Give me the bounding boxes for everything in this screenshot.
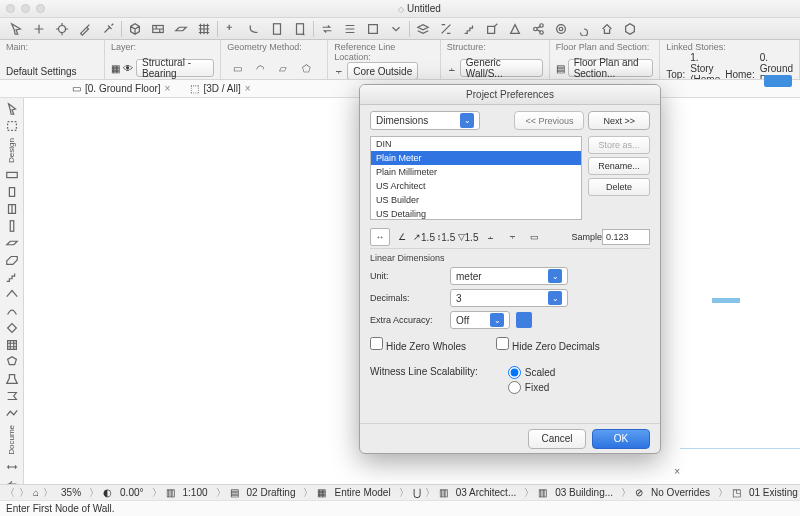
nav-next-icon[interactable]: 〉 — [19, 486, 29, 500]
zone-tool-icon[interactable] — [2, 389, 22, 403]
unit-select[interactable]: meter⌄ — [450, 267, 568, 285]
column-tool-icon[interactable] — [2, 219, 22, 233]
nav-prev-icon[interactable]: 〈 — [5, 486, 15, 500]
window-tool-icon[interactable] — [2, 202, 22, 216]
list-item[interactable]: DIN — [371, 137, 581, 151]
plus-dd-icon[interactable] — [221, 20, 241, 38]
hide-wholes-check[interactable]: Hide Zero Wholes — [370, 337, 466, 352]
hide-decimals-check[interactable]: Hide Zero Decimals — [496, 337, 600, 352]
list-item[interactable]: Plain Millimeter — [371, 165, 581, 179]
nav-home-icon[interactable]: ⌂ — [33, 487, 39, 498]
close-icon[interactable] — [6, 4, 15, 13]
door-dim-icon[interactable]: ⫠ — [480, 228, 500, 246]
structure-select[interactable]: Generic Wall/S... — [460, 59, 543, 77]
window-controls[interactable] — [6, 4, 45, 13]
layers-icon[interactable] — [413, 20, 433, 38]
elev-dim-icon[interactable]: ▽1.5 — [458, 228, 478, 246]
home-icon[interactable] — [597, 20, 617, 38]
morph-tool-icon[interactable] — [2, 355, 22, 369]
zoom-value[interactable]: 35% — [57, 487, 85, 498]
list-item[interactable]: US Builder — [371, 193, 581, 207]
share-icon[interactable] — [528, 20, 548, 38]
marquee-tool-icon[interactable] — [2, 119, 22, 133]
geom-poly-icon[interactable]: ⬠ — [296, 59, 316, 77]
tri-icon[interactable] — [505, 20, 525, 38]
cube-arrow-icon[interactable] — [620, 20, 640, 38]
close-icon[interactable]: × — [245, 83, 251, 94]
chip-overrides[interactable]: No Overrides — [647, 487, 714, 498]
category-select[interactable]: Dimensions⌄ — [370, 111, 480, 130]
target-icon[interactable] — [551, 20, 571, 38]
store-button[interactable]: Store as... — [588, 136, 650, 154]
layer-select[interactable]: Structural - Bearing — [136, 59, 214, 77]
pointer-icon[interactable] — [6, 20, 26, 38]
curtain-tool-icon[interactable] — [2, 338, 22, 352]
diag-icon[interactable] — [436, 20, 456, 38]
chip-building[interactable]: 03 Building... — [551, 487, 617, 498]
extra-select[interactable]: Off⌄ — [450, 311, 510, 329]
sill-dim-icon[interactable]: ⫟ — [502, 228, 522, 246]
mesh-tool-icon[interactable] — [2, 406, 22, 420]
geom-trap-icon[interactable]: ▱ — [273, 59, 293, 77]
angular-dim-icon[interactable]: ∠ — [392, 228, 412, 246]
chip-model[interactable]: Entire Model — [330, 487, 394, 498]
inject-icon[interactable] — [98, 20, 118, 38]
linear-dim-icon[interactable]: ↔ — [370, 228, 390, 246]
palette-toggle[interactable] — [764, 75, 792, 87]
shape-icon[interactable] — [244, 20, 264, 38]
list-item[interactable]: US Architect — [371, 179, 581, 193]
slab-tool-icon[interactable] — [2, 253, 22, 267]
close-icon[interactable]: × — [165, 83, 171, 94]
next-button[interactable]: Next >> — [588, 111, 650, 130]
geom-curved-icon[interactable]: ◠ — [250, 59, 270, 77]
eyedropper-icon[interactable] — [75, 20, 95, 38]
minimize-icon[interactable] — [21, 4, 30, 13]
door-tool-icon[interactable] — [2, 185, 22, 199]
chip-existing[interactable]: 01 Existing P... — [745, 487, 800, 498]
stairs-icon[interactable] — [459, 20, 479, 38]
scale-value[interactable]: 1:100 — [179, 487, 212, 498]
level-tool-icon[interactable] — [2, 477, 22, 484]
fixed-radio[interactable]: Fixed — [508, 381, 556, 394]
tab-3d-all[interactable]: ⬚ [3D / All] × — [190, 83, 250, 94]
geom-straight-icon[interactable]: ▭ — [227, 59, 247, 77]
arrow-tool-icon[interactable] — [2, 102, 22, 116]
cancel-button[interactable]: Cancel — [528, 429, 586, 449]
slab-icon[interactable] — [171, 20, 191, 38]
list-item[interactable]: Plain Meter — [371, 151, 581, 165]
wall-tool-icon[interactable] — [2, 168, 22, 182]
spiral-icon[interactable] — [574, 20, 594, 38]
area-dim-icon[interactable]: ▭ — [524, 228, 544, 246]
rotate-icon[interactable]: ◐ — [103, 487, 112, 498]
dimension-tool-icon[interactable] — [2, 460, 22, 474]
cube-menu-icon[interactable] — [125, 20, 145, 38]
beam-tool-icon[interactable] — [2, 236, 22, 250]
export-icon[interactable] — [482, 20, 502, 38]
grid-icon[interactable] — [194, 20, 214, 38]
shell-tool-icon[interactable] — [2, 304, 22, 318]
level-dim-icon[interactable]: ↕1.5 — [436, 228, 456, 246]
tab-ground-floor[interactable]: ▭ [0. Ground Floor] × — [72, 83, 170, 94]
roof-tool-icon[interactable] — [2, 287, 22, 301]
ok-button[interactable]: OK — [592, 429, 650, 449]
page-dd-icon[interactable] — [290, 20, 310, 38]
prev-button[interactable]: << Previous — [514, 111, 584, 130]
floorplan-select[interactable]: Floor Plan and Section... — [568, 59, 654, 77]
chip-drafting[interactable]: 02 Drafting — [243, 487, 300, 498]
object-tool-icon[interactable] — [2, 372, 22, 386]
crosshair-icon[interactable] — [52, 20, 72, 38]
angle-value[interactable]: 0.00° — [116, 487, 147, 498]
chevron-dd-icon[interactable] — [386, 20, 406, 38]
sample-input[interactable] — [602, 229, 650, 245]
chip-architect[interactable]: 03 Architect... — [452, 487, 521, 498]
page-icon[interactable] — [267, 20, 287, 38]
radial-dim-icon[interactable]: ↗1.5 — [414, 228, 434, 246]
add-icon[interactable] — [29, 20, 49, 38]
skylight-tool-icon[interactable] — [2, 321, 22, 335]
menu-icon[interactable] — [340, 20, 360, 38]
list-item[interactable]: US Detailing — [371, 207, 581, 220]
rename-button[interactable]: Rename... — [588, 157, 650, 175]
swap-icon[interactable] — [317, 20, 337, 38]
stair-tool-icon[interactable] — [2, 270, 22, 284]
wall-icon[interactable] — [148, 20, 168, 38]
